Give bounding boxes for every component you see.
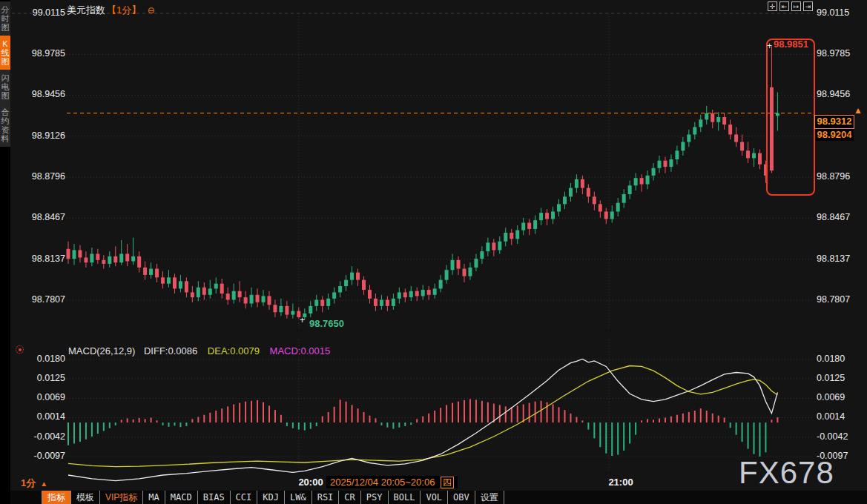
period-tag: 【1分】 (107, 4, 141, 16)
high-price-label: 98.9851 (774, 39, 808, 50)
symbol-name: 美元指数 (67, 4, 105, 16)
toolbar-item-rsi[interactable]: RSI (312, 491, 340, 504)
price-arrow-icon: ▲ (854, 105, 863, 116)
macd-name: MACD(26,12,9) (68, 345, 135, 357)
toolbar-item-lw[interactable]: LW& (285, 491, 312, 504)
period-selector[interactable]: 1分▲ (21, 477, 47, 490)
toolbar-item-bias[interactable]: BIAS (198, 491, 231, 504)
range-times: 20:05~20:06 (381, 477, 435, 488)
sidebar-item-time-chart[interactable]: 分时图 (0, 1, 10, 36)
toolbar-item-indicators[interactable]: 指标 (42, 491, 71, 504)
toolbar-item-ma[interactable]: MA (143, 491, 165, 504)
time-range-box: 2025/12/04 20:05~20:06 四 (326, 476, 458, 488)
zoom-out-icon[interactable]: ⊖ (148, 5, 155, 16)
toolbar-item-cci[interactable]: CCI (231, 491, 258, 504)
indicator-toolbar: 指标 模板 VIP指标 MA MACD BIAS CCI KDJ LW& RSI… (10, 491, 867, 504)
period-label: 1分 (21, 477, 36, 488)
toolbar-item-obv[interactable]: OBV (448, 491, 475, 504)
zoom-in-axis-icon[interactable]: ⇤ (779, 1, 789, 11)
toolbar-item-boll[interactable]: BOLL (389, 491, 421, 504)
toolbar-item-psy[interactable]: PSY (361, 491, 389, 504)
macd-diff-value: DIFF:0.0086 (144, 345, 197, 357)
toolbar-item-macd[interactable]: MACD (165, 491, 198, 504)
toolbar-item-templates[interactable]: 模板 (71, 491, 100, 504)
range-date: 2025/12/04 (330, 477, 378, 488)
macd-macd-value: MACD:0.0015 (270, 345, 331, 357)
sidebar-item-kline-chart[interactable]: K线图 (0, 36, 10, 70)
toolbar-item-cr[interactable]: CR (339, 491, 360, 504)
low-price-label: 98.7650 (309, 318, 344, 329)
macd-target-icon[interactable] (16, 345, 24, 354)
chart-canvas[interactable] (0, 0, 867, 504)
sidebar-item-flash-chart[interactable]: 闪电图 (0, 70, 10, 104)
sidebar-item-contract-info[interactable]: 合约资料 (0, 104, 10, 147)
zoom-out-axis-icon[interactable]: ↦ (791, 1, 801, 11)
app-window: 99.011599.011598.978598.978598.945698.94… (0, 0, 867, 504)
toolbar-item-settings[interactable]: 设置 (475, 491, 504, 504)
sidebar: 分时图 K线图 闪电图 合约资料 (0, 0, 10, 504)
toolbar-item-kdj[interactable]: KDJ (257, 491, 285, 504)
toolbar-item-vip[interactable]: VIP指标 (100, 491, 143, 504)
go-latest-icon[interactable]: ⇥ (803, 1, 813, 11)
macd-dea-value: DEA:0.0079 (208, 345, 260, 357)
toolbar-item-vol[interactable]: VOL (421, 491, 448, 504)
range-weekday: 四 (441, 477, 454, 488)
crosshair-icon[interactable]: ✛ (768, 1, 777, 11)
period-expand-icon: ▲ (40, 480, 47, 488)
current-price-tag: 98.9312 (814, 115, 854, 129)
macd-header: MACD(26,12,9) DIFF:0.0086 DEA:0.0079 MAC… (68, 345, 330, 357)
secondary-price-tag: 98.9204 (815, 129, 854, 141)
chart-tools: ✛ ⇤ ↦ ⇥ (768, 1, 813, 11)
chart-title: 美元指数【1分】 ⊖ (67, 4, 155, 17)
